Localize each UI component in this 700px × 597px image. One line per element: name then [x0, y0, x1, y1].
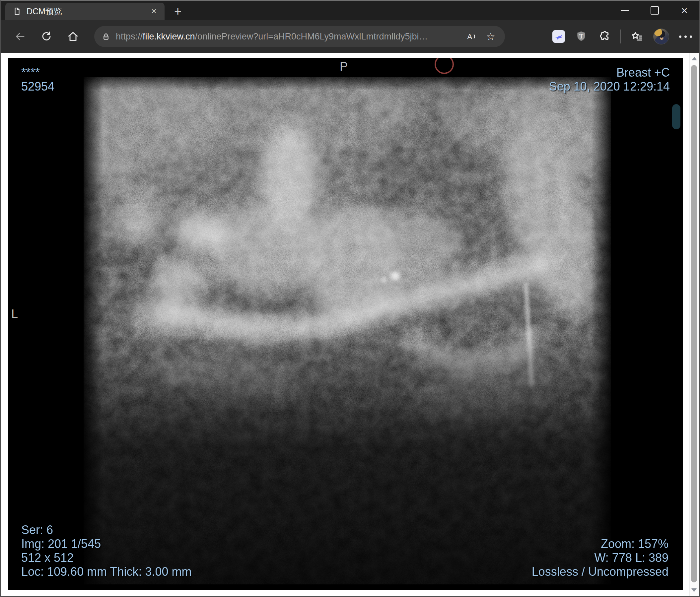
address-bar[interactable]: https://file.kkview.cn/onlinePreview?url…	[94, 26, 505, 47]
zoom-level: Zoom: 157%	[532, 537, 669, 551]
orientation-marker-left: L	[11, 307, 18, 321]
patient-id: 52954	[21, 80, 54, 94]
dot-icon	[679, 35, 681, 38]
display-info-overlay: Zoom: 157% W: 778 L: 389 Lossless / Unco…	[532, 537, 669, 579]
close-icon: ×	[681, 5, 688, 16]
patient-name-masked: ****	[21, 66, 54, 80]
dot-icon	[690, 35, 692, 38]
series-scroll-indicator[interactable]	[672, 104, 680, 129]
dicom-canvas[interactable]: **** 52954 Breast +C Sep 10, 2020 12:29:…	[8, 58, 683, 590]
study-info-overlay: Breast +C Sep 10, 2020 12:29:14	[549, 66, 670, 94]
back-button[interactable]	[7, 26, 33, 47]
document-icon	[12, 7, 21, 16]
url-scheme: https://	[116, 31, 143, 42]
url-host: file.kkview.cn	[143, 31, 195, 42]
bird-extension-icon	[554, 31, 564, 42]
home-button[interactable]	[60, 26, 86, 47]
image-matrix: 512 x 512	[21, 551, 192, 565]
read-aloud-button[interactable]: A	[465, 29, 478, 44]
browser-window: DCM预览 × + ×	[0, 0, 700, 597]
collections-star-icon	[631, 30, 643, 43]
scrollbar-up-arrow-icon[interactable]	[692, 57, 697, 60]
browser-toolbar: https://file.kkview.cn/onlinePreview?url…	[1, 20, 699, 53]
page-scrollbar[interactable]	[690, 53, 699, 596]
more-options-button[interactable]	[679, 35, 692, 38]
favorite-star-icon[interactable]: ☆	[484, 29, 498, 44]
refresh-button[interactable]	[33, 26, 60, 47]
tab-strip: DCM预览 × + ×	[1, 1, 699, 20]
dot-icon	[684, 35, 687, 38]
window-controls: ×	[610, 1, 699, 20]
url-path: /onlinePreview?url=aHR0cHM6Ly9maWxlLmtrd…	[195, 31, 428, 42]
url-text[interactable]: https://file.kkview.cn/onlinePreview?url…	[116, 31, 459, 42]
toolbar-separator	[620, 29, 621, 44]
minimize-icon	[621, 10, 629, 11]
slice-location: Loc: 109.60 mm Thick: 3.00 mm	[21, 565, 192, 579]
tab-dcm-preview[interactable]: DCM预览 ×	[5, 3, 165, 20]
maximize-button[interactable]	[640, 1, 670, 20]
image-number: Img: 201 1/545	[21, 537, 192, 551]
svg-text:A: A	[467, 32, 472, 41]
orientation-marker-posterior: P	[340, 60, 348, 74]
annotation-circle[interactable]	[434, 58, 454, 74]
maximize-icon	[651, 6, 659, 15]
puzzle-icon	[598, 30, 610, 43]
collections-button[interactable]	[631, 30, 643, 43]
compression-info: Lossless / Uncompressed	[532, 565, 669, 579]
scrollbar-down-arrow-icon[interactable]	[691, 588, 697, 592]
series-number: Ser: 6	[21, 523, 192, 537]
extension-shield-button[interactable]: T	[575, 30, 588, 43]
mri-scan-image	[83, 77, 611, 585]
minimize-button[interactable]	[610, 1, 640, 20]
extension-bird-button[interactable]	[552, 30, 565, 43]
lock-icon	[101, 32, 110, 41]
svg-text:T: T	[579, 33, 583, 40]
close-button[interactable]: ×	[670, 1, 699, 20]
series-info-overlay: Ser: 6 Img: 201 1/545 512 x 512 Loc: 109…	[21, 523, 192, 579]
toolbar-right-icons: T	[552, 20, 692, 53]
window-level: W: 778 L: 389	[532, 551, 669, 565]
profile-avatar[interactable]	[653, 28, 669, 45]
back-arrow-icon	[14, 30, 26, 43]
extensions-menu-button[interactable]	[598, 30, 610, 43]
tab-title: DCM预览	[27, 6, 143, 17]
patient-info-overlay: **** 52954	[21, 66, 54, 94]
refresh-icon	[41, 30, 52, 43]
study-datetime: Sep 10, 2020 12:29:14	[549, 80, 670, 94]
read-aloud-icon: A	[466, 31, 477, 42]
study-description: Breast +C	[549, 66, 670, 80]
tab-close-icon[interactable]: ×	[148, 7, 160, 16]
new-tab-button[interactable]: +	[171, 4, 185, 19]
shield-t-icon: T	[575, 30, 588, 43]
page-background: **** 52954 Breast +C Sep 10, 2020 12:29:…	[1, 53, 699, 596]
scrollbar-thumb[interactable]	[691, 65, 697, 582]
home-icon	[67, 30, 79, 43]
